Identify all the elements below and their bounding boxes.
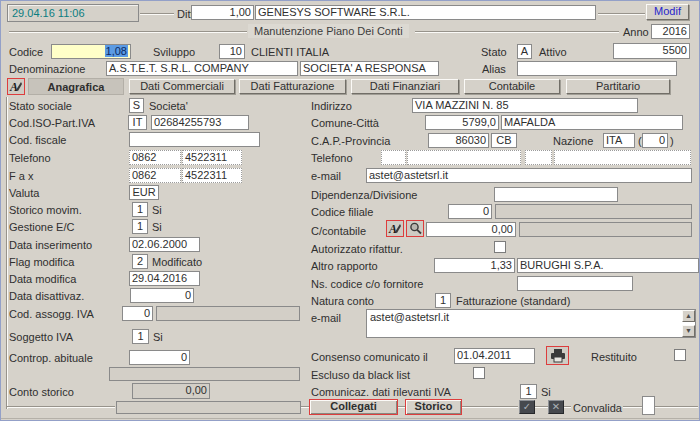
controp-abituale-label: Controp. abituale (9, 352, 93, 365)
cap-provincia-label: C.A.P.-Provincia (311, 135, 390, 148)
company-code-field[interactable]: 1,00 (191, 5, 254, 20)
cod-assogg-iva-desc-field (156, 306, 300, 321)
dipendenza-label: Dipendenza/Divisione (311, 189, 417, 202)
email-label: e-mail (311, 170, 341, 183)
scroll-down-button[interactable]: ▼ (682, 325, 695, 337)
storico-movim-field[interactable]: 1 (132, 202, 148, 217)
cod-assogg-iva-label: Cod. assogg. IVA (9, 308, 94, 321)
autorizzato-rifattur-label: Autorizzato rifattur. (311, 243, 403, 256)
flag-modifica-field[interactable]: 2 (132, 254, 148, 269)
email2-textarea[interactable]: astet@astetsrl.it (366, 309, 696, 338)
data-modifica-field[interactable]: 29.04.2016 (129, 271, 200, 286)
partita-iva-field[interactable]: 02684255793 (151, 115, 249, 130)
altro-rapporto-desc-field[interactable]: BURUGHI S.P.A. (517, 258, 699, 273)
tab-anagrafica[interactable]: Anagrafica (28, 78, 124, 95)
c-contabile-desc-field (519, 222, 692, 237)
stato-field[interactable]: A (517, 44, 532, 59)
edit-anagrafica-button[interactable]: A (7, 78, 25, 95)
telefono2-label: Telefono (311, 152, 353, 165)
denominazione-label: Denominazione (9, 63, 85, 76)
controp-abituale-field[interactable]: 0 (129, 350, 190, 365)
gestione-ec-field[interactable]: 1 (132, 219, 148, 234)
fax-label: F a x (9, 170, 33, 183)
fax-number-field[interactable]: 4522311 (182, 168, 242, 183)
divider (415, 31, 619, 33)
anno-label: Anno (623, 26, 649, 39)
comune-code-field[interactable]: 5799,0 (425, 115, 499, 130)
window-bottom-edge (1, 418, 699, 420)
tab-dati-commerciali[interactable]: Dati Commerciali (129, 79, 235, 94)
indirizzo-field[interactable]: VIA MAZZINI N. 85 (412, 98, 638, 113)
cancel-button[interactable]: ✕ (548, 400, 564, 414)
paren-close: ) (670, 135, 674, 148)
flag-modifica-label: Flag modifica (9, 256, 74, 269)
stato-label: Stato (481, 46, 507, 59)
restituito-checkbox[interactable] (674, 349, 686, 361)
divider (462, 406, 518, 408)
comune-name-field[interactable]: MAFALDA (501, 115, 683, 130)
panel-border (6, 97, 8, 409)
convalida-toggle[interactable] (642, 396, 655, 415)
telefono2-prefix2-field[interactable] (525, 150, 552, 165)
confirm-button[interactable]: ✓ (519, 400, 535, 414)
nazione-num-field[interactable]: 0 (642, 133, 668, 148)
company-name-field[interactable]: GENESYS SOFTWARE S.R.L. (255, 5, 596, 20)
tab-dati-finanziari[interactable]: Dati Finanziari (351, 79, 459, 94)
convalida-label: Convalida (573, 402, 622, 415)
soggetto-iva-desc: Si (153, 331, 163, 344)
fax-prefix-field[interactable]: 0862 (129, 168, 181, 183)
telefono2-number2-field[interactable] (554, 150, 691, 165)
consenso-label: Consenso comunicato il (311, 351, 428, 364)
data-inserimento-field[interactable]: 02.06.2000 (129, 237, 200, 252)
denominazione-field[interactable]: A.S.T.E.T. S.R.L. COMPANY (106, 61, 298, 76)
email-field[interactable]: astet@astetsrl.it (366, 168, 692, 183)
telefono2-prefix1-field[interactable] (381, 150, 406, 165)
print-button[interactable] (546, 346, 569, 365)
denominazione-extra-field[interactable]: SOCIETA' A RESPONSA (300, 61, 439, 76)
scroll-up-button[interactable]: ▲ (682, 310, 695, 322)
stato-sociale-field[interactable]: S (129, 98, 144, 113)
collegati-button[interactable]: Collegati (309, 399, 398, 415)
data-disattivaz-label: Data disattivaz. (9, 290, 84, 303)
valuta-field[interactable]: EUR (129, 185, 159, 200)
telefono-prefix-field[interactable]: 0862 (129, 150, 181, 165)
data-disattivaz-field[interactable]: 0 (130, 288, 194, 303)
nazione-field[interactable]: ITA (603, 133, 635, 148)
tab-partitario[interactable]: Partitario (566, 79, 670, 94)
conto-storico-field: 0,00 (132, 383, 210, 399)
c-contabile-field[interactable]: 0,00 (426, 222, 516, 237)
telefono-number-field[interactable]: 4522311 (182, 150, 242, 165)
autorizzato-rifattur-checkbox[interactable] (494, 241, 506, 253)
alias-field[interactable] (517, 61, 677, 76)
stato-sociale-label: Stato sociale (9, 100, 72, 113)
controp-abituale-desc-field (109, 367, 300, 381)
cod-fiscale-field[interactable] (129, 132, 260, 147)
escluso-black-list-checkbox[interactable] (473, 367, 485, 379)
codice-filiale-field[interactable]: 0 (448, 204, 492, 219)
codice-field[interactable]: 1,08 (51, 44, 131, 59)
sviluppo-field[interactable]: 10 (219, 44, 245, 59)
modif-button[interactable]: Modif (646, 4, 689, 20)
cod-iso-prefix-field[interactable]: IT (128, 115, 147, 130)
tab-dati-fatturazione[interactable]: Dati Fatturazione (239, 79, 346, 94)
provincia-field[interactable]: CB (491, 133, 517, 148)
dipendenza-field[interactable] (494, 187, 618, 202)
telefono2-number1-field[interactable] (407, 150, 521, 165)
altro-rapporto-field[interactable]: 1,33 (434, 258, 515, 273)
consenso-date-field[interactable]: 01.04.2011 (454, 348, 535, 364)
stato-sociale-desc: Societa' (149, 100, 188, 113)
comunicaz-iva-field[interactable]: 1 (520, 384, 537, 399)
tab-contabile[interactable]: Contabile (464, 79, 560, 94)
divider (598, 13, 645, 15)
soggetto-iva-field[interactable]: 1 (132, 329, 149, 344)
storico-button[interactable]: Storico (405, 399, 462, 415)
natura-conto-field[interactable]: 1 (435, 293, 451, 308)
cod-assogg-iva-field[interactable]: 0 (122, 306, 153, 321)
conto-number-field[interactable]: 5500 (613, 43, 690, 59)
c-contabile-edit-button[interactable]: A (386, 220, 404, 237)
c-contabile-search-button[interactable] (406, 220, 424, 237)
cap-field[interactable]: 86030 (428, 133, 489, 148)
datetime-display: 29.04.16 11:06 (7, 4, 139, 22)
anno-field[interactable]: 2016 (651, 24, 690, 39)
ns-codice-fornitore-field[interactable] (517, 276, 633, 291)
